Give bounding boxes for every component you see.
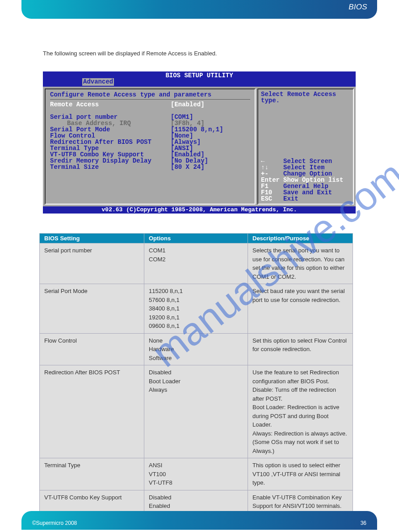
table-cell-setting: Serial port number bbox=[40, 243, 144, 284]
table-row: Serial Port Mode115200 8,n,1 57600 8,n,1… bbox=[40, 284, 353, 334]
bios-help-key: F10 bbox=[261, 189, 283, 196]
bios-setting-row[interactable]: Remote Access[Enabled] bbox=[50, 101, 250, 108]
table-cell-setting: VT-UTF8 Combo Key Support bbox=[40, 490, 144, 513]
bios-setting-label: Terminal Size bbox=[50, 164, 171, 170]
bios-help-key-row: +-Change Option bbox=[261, 171, 350, 177]
bios-setting-value: [Enabled] bbox=[171, 151, 205, 158]
bios-help-key: ESC bbox=[261, 196, 283, 202]
bios-setting-label: Redirection After BIOS POST bbox=[50, 139, 171, 145]
bios-help-key: +- bbox=[261, 171, 283, 177]
bios-tab-advanced[interactable]: Advanced bbox=[82, 78, 114, 86]
header-title: BIOS bbox=[349, 3, 367, 12]
table-row: Serial port numberCOM1 COM2Selects the s… bbox=[40, 243, 353, 284]
bios-help-key: F1 bbox=[261, 183, 283, 189]
bios-tabs: Advanced bbox=[43, 78, 356, 86]
bios-setting-value: [COM1] bbox=[171, 114, 193, 120]
bios-window: BIOS SETUP UTILITY Advanced Configure Re… bbox=[43, 71, 356, 214]
bios-setting-label: Sredir Memory Display Delay bbox=[50, 158, 171, 164]
bios-help-desc: General Help bbox=[283, 183, 328, 189]
table-cell-setting: Flow Control bbox=[40, 333, 144, 365]
footer-copyright: ©Supermicro 2008 bbox=[32, 520, 77, 526]
table-cell-options: COM1 COM2 bbox=[144, 243, 248, 284]
bios-right-pane: Select Remote Access type. ←Select Scree… bbox=[257, 88, 354, 205]
bios-title: BIOS SETUP UTILITY bbox=[43, 71, 356, 78]
bios-setting-label: VT-UTF8 Combo Key Support bbox=[50, 151, 171, 158]
bios-help-keys: ←Select Screen↑↓Select Item+-Change Opti… bbox=[261, 158, 350, 202]
bios-help-key-row: ↑↓Select Item bbox=[261, 164, 350, 171]
table-header: BIOS Setting bbox=[40, 234, 144, 243]
bios-help-desc: Save and Exit bbox=[283, 189, 332, 196]
bios-setting-label: Terminal Type bbox=[50, 145, 171, 151]
table-cell-options: None Hardware Software bbox=[144, 333, 248, 365]
bios-help-desc: Exit bbox=[283, 196, 298, 202]
bios-footer: v02.63 (C)Copyright 1985-2008, American … bbox=[43, 206, 356, 214]
bios-help-desc: Select Screen bbox=[283, 158, 332, 164]
footer-page-number: 36 bbox=[361, 520, 366, 526]
bios-setting-value: [Always] bbox=[171, 139, 201, 145]
bios-setting-row[interactable]: VT-UTF8 Combo Key Support[Enabled] bbox=[50, 151, 250, 158]
intro-text: The following screen will be displayed i… bbox=[43, 50, 217, 57]
table-cell-options: Disabled Enabled bbox=[144, 490, 248, 513]
bios-section-title: Configure Remote Access type and paramet… bbox=[50, 91, 250, 100]
bios-left-pane: Configure Remote Access type and paramet… bbox=[45, 88, 256, 205]
bios-setting-label: Serial port number bbox=[50, 114, 171, 120]
table-cell-desc: Selects the serial port you want to use … bbox=[248, 243, 353, 284]
table-row: Flow ControlNone Hardware SoftwareSet th… bbox=[40, 333, 353, 365]
bios-help-desc: Show Option list bbox=[283, 177, 343, 183]
header-bar: BIOS bbox=[21, 0, 377, 19]
bios-setting-row[interactable]: Flow Control[None] bbox=[50, 133, 250, 139]
bios-help-key: Enter bbox=[261, 177, 283, 183]
bios-setting-row[interactable]: Serial port number[COM1] bbox=[50, 114, 250, 120]
table-cell-desc: This option is used to select either VT1… bbox=[248, 458, 353, 490]
table-row: Redirection After BIOS POSTDisabled Boot… bbox=[40, 365, 353, 458]
bios-help-key-row: ESCExit bbox=[261, 196, 350, 202]
bios-setting-value: [115200 8,n,1] bbox=[171, 126, 223, 133]
table-cell-setting: Redirection After BIOS POST bbox=[40, 365, 144, 458]
table-header: Description/Purpose bbox=[248, 234, 353, 243]
bios-setting-row[interactable]: Serial Port Mode[115200 8,n,1] bbox=[50, 126, 250, 133]
table-cell-setting: Serial Port Mode bbox=[40, 284, 144, 334]
table-row: Terminal TypeANSI VT100 VT-UTF8This opti… bbox=[40, 458, 353, 490]
bios-help-key-row: ←Select Screen bbox=[261, 158, 350, 164]
bios-setting-label: Flow Control bbox=[50, 133, 171, 139]
bios-help-key: ← bbox=[261, 158, 283, 164]
table-cell-options: 115200 8,n,1 57600 8,n,1 38400 8,n,1 192… bbox=[144, 284, 248, 334]
bios-help-key-row: F1General Help bbox=[261, 183, 350, 189]
bios-help-key-row: EnterShow Option list bbox=[261, 177, 350, 183]
bios-setting-label: Serial Port Mode bbox=[50, 126, 171, 133]
table-cell-desc: Enable VT-UTF8 Combination Key Support f… bbox=[248, 490, 353, 513]
bios-setting-row bbox=[50, 108, 250, 114]
bios-setting-row[interactable]: Base Address, IRQ[3F8h, 4] bbox=[50, 120, 250, 126]
table-cell-setting: Terminal Type bbox=[40, 458, 144, 490]
bios-setting-label: Base Address, IRQ bbox=[50, 120, 171, 126]
bios-setting-value: [No Delay] bbox=[171, 158, 208, 164]
bios-setting-value: [ANSI] bbox=[171, 145, 193, 151]
bios-setting-value: [Enabled] bbox=[171, 101, 205, 108]
bios-help-key: ↑↓ bbox=[261, 164, 283, 171]
footer-bar: ©Supermicro 2008 36 bbox=[21, 511, 377, 530]
table-header: Options bbox=[144, 234, 248, 243]
bios-body: Configure Remote Access type and paramet… bbox=[43, 86, 356, 206]
bios-setting-row[interactable]: Redirection After BIOS POST[Always] bbox=[50, 139, 250, 145]
settings-table: BIOS Setting Options Description/Purpose… bbox=[39, 233, 353, 514]
table-cell-options: ANSI VT100 VT-UTF8 bbox=[144, 458, 248, 490]
bios-setting-row[interactable]: Terminal Type[ANSI] bbox=[50, 145, 250, 151]
table-row: VT-UTF8 Combo Key SupportDisabled Enable… bbox=[40, 490, 353, 513]
bios-setting-label: Remote Access bbox=[50, 101, 171, 108]
bios-setting-row[interactable]: Sredir Memory Display Delay[No Delay] bbox=[50, 158, 250, 164]
bios-help-key-row: F10Save and Exit bbox=[261, 189, 350, 196]
table-cell-desc: Use the feature to set Redirection confi… bbox=[248, 365, 353, 458]
bios-help-text: Select Remote Access type. bbox=[261, 91, 350, 104]
bios-setting-value: [80 X 24] bbox=[171, 164, 205, 170]
bios-help-desc: Select Item bbox=[283, 164, 324, 171]
bios-help-desc: Change Option bbox=[283, 171, 332, 177]
table-cell-desc: Select baud rate you want the serial por… bbox=[248, 284, 353, 334]
table-cell-desc: Set this option to select Flow Control f… bbox=[248, 333, 353, 365]
bios-setting-value: [None] bbox=[171, 133, 193, 139]
bios-setting-value: [3F8h, 4] bbox=[171, 120, 205, 126]
bios-setting-row[interactable]: Terminal Size[80 X 24] bbox=[50, 164, 250, 170]
table-cell-options: Disabled Boot Loader Always bbox=[144, 365, 248, 458]
